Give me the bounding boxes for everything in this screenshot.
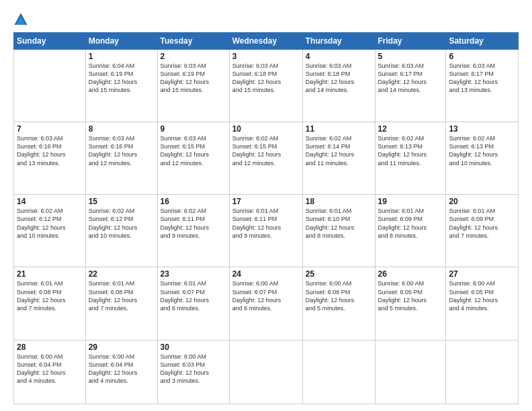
day-info: Sunrise: 6:03 AM Sunset: 6:15 PM Dayligh… [161, 134, 226, 167]
day-info: Sunrise: 6:00 AM Sunset: 6:05 PM Dayligh… [449, 279, 515, 312]
calendar-week-row: 28Sunrise: 6:00 AM Sunset: 6:04 PM Dayli… [14, 340, 519, 404]
day-number: 8 [89, 124, 154, 134]
day-info: Sunrise: 6:02 AM Sunset: 6:13 PM Dayligh… [449, 134, 515, 167]
day-info: Sunrise: 6:00 AM Sunset: 6:05 PM Dayligh… [378, 279, 443, 312]
calendar-header-saturday: Saturday [446, 33, 519, 50]
calendar-cell: 8Sunrise: 6:03 AM Sunset: 6:16 PM Daylig… [85, 122, 157, 195]
day-number: 19 [378, 197, 443, 206]
day-number: 11 [306, 124, 372, 134]
calendar-cell: 12Sunrise: 6:02 AM Sunset: 6:13 PM Dayli… [375, 122, 446, 195]
day-info: Sunrise: 6:04 AM Sunset: 6:19 PM Dayligh… [89, 62, 154, 95]
calendar-cell: 7Sunrise: 6:03 AM Sunset: 6:16 PM Daylig… [14, 122, 86, 195]
day-info: Sunrise: 6:03 AM Sunset: 6:17 PM Dayligh… [378, 62, 443, 95]
day-number: 22 [89, 269, 154, 279]
day-info: Sunrise: 6:02 AM Sunset: 6:15 PM Dayligh… [232, 134, 300, 167]
day-info: Sunrise: 6:03 AM Sunset: 6:18 PM Dayligh… [232, 62, 300, 95]
day-number: 10 [232, 124, 300, 134]
calendar-cell: 10Sunrise: 6:02 AM Sunset: 6:15 PM Dayli… [229, 122, 302, 195]
day-info: Sunrise: 6:02 AM Sunset: 6:13 PM Dayligh… [378, 134, 443, 167]
day-number: 13 [449, 124, 515, 134]
day-info: Sunrise: 6:00 AM Sunset: 6:04 PM Dayligh… [89, 353, 154, 385]
calendar-cell: 5Sunrise: 6:03 AM Sunset: 6:17 PM Daylig… [375, 50, 446, 122]
calendar-cell: 2Sunrise: 6:03 AM Sunset: 6:19 PM Daylig… [157, 50, 229, 122]
day-number: 14 [17, 197, 83, 206]
day-number: 26 [378, 269, 443, 279]
day-number: 17 [232, 197, 300, 206]
day-number: 5 [378, 52, 443, 61]
day-info: Sunrise: 6:02 AM Sunset: 6:12 PM Dayligh… [17, 207, 83, 240]
calendar-cell: 4Sunrise: 6:03 AM Sunset: 6:18 PM Daylig… [302, 50, 375, 122]
calendar-cell [302, 340, 375, 404]
header [13, 12, 519, 27]
calendar-cell: 9Sunrise: 6:03 AM Sunset: 6:15 PM Daylig… [157, 122, 229, 195]
calendar-cell: 3Sunrise: 6:03 AM Sunset: 6:18 PM Daylig… [229, 50, 302, 122]
day-number: 3 [232, 52, 300, 61]
calendar-cell: 15Sunrise: 6:02 AM Sunset: 6:12 PM Dayli… [85, 195, 157, 267]
day-info: Sunrise: 6:02 AM Sunset: 6:12 PM Dayligh… [89, 207, 154, 240]
calendar-cell [14, 50, 86, 122]
logo-icon [13, 12, 28, 27]
calendar-cell: 14Sunrise: 6:02 AM Sunset: 6:12 PM Dayli… [14, 195, 86, 267]
day-info: Sunrise: 6:01 AM Sunset: 6:09 PM Dayligh… [449, 207, 515, 240]
day-info: Sunrise: 6:03 AM Sunset: 6:19 PM Dayligh… [161, 62, 226, 95]
calendar-header-thursday: Thursday [302, 33, 375, 50]
day-info: Sunrise: 6:02 AM Sunset: 6:14 PM Dayligh… [306, 134, 372, 167]
day-number: 6 [449, 52, 515, 61]
calendar-cell: 1Sunrise: 6:04 AM Sunset: 6:19 PM Daylig… [85, 50, 157, 122]
calendar-cell: 6Sunrise: 6:03 AM Sunset: 6:17 PM Daylig… [446, 50, 519, 122]
day-number: 29 [89, 342, 154, 352]
calendar-week-row: 1Sunrise: 6:04 AM Sunset: 6:19 PM Daylig… [14, 50, 519, 122]
day-number: 24 [232, 269, 300, 279]
calendar-week-row: 7Sunrise: 6:03 AM Sunset: 6:16 PM Daylig… [14, 122, 519, 195]
day-info: Sunrise: 6:01 AM Sunset: 6:08 PM Dayligh… [17, 279, 83, 312]
day-number: 27 [449, 269, 515, 279]
day-info: Sunrise: 6:00 AM Sunset: 6:07 PM Dayligh… [232, 279, 300, 312]
day-number: 28 [17, 342, 83, 352]
calendar-table: SundayMondayTuesdayWednesdayThursdayFrid… [13, 32, 519, 404]
calendar-cell: 21Sunrise: 6:01 AM Sunset: 6:08 PM Dayli… [14, 267, 86, 340]
day-number: 4 [306, 52, 372, 61]
day-number: 7 [17, 124, 83, 134]
calendar-cell: 30Sunrise: 6:00 AM Sunset: 6:03 PM Dayli… [157, 340, 229, 404]
calendar-week-row: 21Sunrise: 6:01 AM Sunset: 6:08 PM Dayli… [14, 267, 519, 340]
calendar-header-monday: Monday [85, 33, 157, 50]
calendar-cell: 13Sunrise: 6:02 AM Sunset: 6:13 PM Dayli… [446, 122, 519, 195]
calendar-cell [446, 340, 519, 404]
calendar-cell: 22Sunrise: 6:01 AM Sunset: 6:08 PM Dayli… [85, 267, 157, 340]
calendar-cell: 28Sunrise: 6:00 AM Sunset: 6:04 PM Dayli… [14, 340, 86, 404]
calendar-cell: 25Sunrise: 6:00 AM Sunset: 6:06 PM Dayli… [302, 267, 375, 340]
day-info: Sunrise: 6:02 AM Sunset: 6:11 PM Dayligh… [161, 207, 226, 240]
calendar-cell: 11Sunrise: 6:02 AM Sunset: 6:14 PM Dayli… [302, 122, 375, 195]
calendar-cell [375, 340, 446, 404]
day-info: Sunrise: 6:03 AM Sunset: 6:18 PM Dayligh… [306, 62, 372, 95]
day-number: 18 [306, 197, 372, 206]
calendar-header-friday: Friday [375, 33, 446, 50]
calendar-cell: 27Sunrise: 6:00 AM Sunset: 6:05 PM Dayli… [446, 267, 519, 340]
day-info: Sunrise: 6:00 AM Sunset: 6:04 PM Dayligh… [17, 353, 83, 385]
calendar-week-row: 14Sunrise: 6:02 AM Sunset: 6:12 PM Dayli… [14, 195, 519, 267]
calendar-cell: 24Sunrise: 6:00 AM Sunset: 6:07 PM Dayli… [229, 267, 302, 340]
calendar-header-sunday: Sunday [14, 33, 86, 50]
calendar-cell: 19Sunrise: 6:01 AM Sunset: 6:09 PM Dayli… [375, 195, 446, 267]
calendar-header-tuesday: Tuesday [157, 33, 229, 50]
day-number: 20 [449, 197, 515, 206]
calendar-cell [229, 340, 302, 404]
day-info: Sunrise: 6:01 AM Sunset: 6:09 PM Dayligh… [378, 207, 443, 240]
day-number: 25 [306, 269, 372, 279]
calendar-header-row: SundayMondayTuesdayWednesdayThursdayFrid… [14, 33, 519, 50]
day-info: Sunrise: 6:01 AM Sunset: 6:08 PM Dayligh… [89, 279, 154, 312]
day-info: Sunrise: 6:01 AM Sunset: 6:11 PM Dayligh… [232, 207, 300, 240]
calendar-cell: 16Sunrise: 6:02 AM Sunset: 6:11 PM Dayli… [157, 195, 229, 267]
calendar-cell: 18Sunrise: 6:01 AM Sunset: 6:10 PM Dayli… [302, 195, 375, 267]
calendar-cell: 20Sunrise: 6:01 AM Sunset: 6:09 PM Dayli… [446, 195, 519, 267]
day-info: Sunrise: 6:01 AM Sunset: 6:07 PM Dayligh… [161, 279, 226, 312]
calendar-cell: 29Sunrise: 6:00 AM Sunset: 6:04 PM Dayli… [85, 340, 157, 404]
calendar-cell: 17Sunrise: 6:01 AM Sunset: 6:11 PM Dayli… [229, 195, 302, 267]
calendar-header-wednesday: Wednesday [229, 33, 302, 50]
day-info: Sunrise: 6:01 AM Sunset: 6:10 PM Dayligh… [306, 207, 372, 240]
day-number: 1 [89, 52, 154, 61]
day-number: 9 [161, 124, 226, 134]
day-number: 16 [161, 197, 226, 206]
day-number: 12 [378, 124, 443, 134]
day-number: 15 [89, 197, 154, 206]
